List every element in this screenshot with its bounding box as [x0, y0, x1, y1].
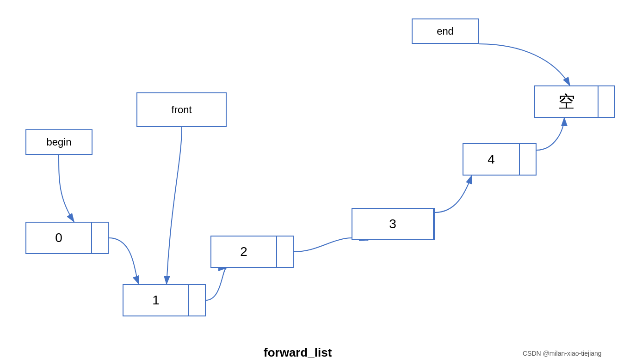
node-1: 1 — [123, 284, 206, 316]
node-0: 0 — [25, 222, 109, 254]
watermark: CSDN @milan-xiao-tiejiang — [523, 350, 602, 357]
node-4: 4 — [463, 143, 537, 176]
end-label: end — [412, 18, 479, 44]
node-null-pointer — [598, 86, 614, 117]
diagram-caption: forward_list — [264, 346, 332, 360]
node-4-pointer — [519, 144, 536, 175]
arrows-svg — [0, 0, 642, 364]
begin-label: begin — [25, 129, 93, 155]
diagram-canvas: begin front end 0 1 2 3 4 — [0, 0, 642, 364]
node-1-pointer — [188, 285, 205, 315]
node-3: 3 — [352, 208, 435, 240]
node-2: 2 — [210, 236, 294, 268]
node-0-pointer — [91, 223, 108, 253]
node-2-pointer — [276, 237, 293, 267]
node-3-pointer — [433, 209, 434, 239]
node-null: 空 — [534, 85, 615, 118]
front-label: front — [136, 92, 227, 127]
